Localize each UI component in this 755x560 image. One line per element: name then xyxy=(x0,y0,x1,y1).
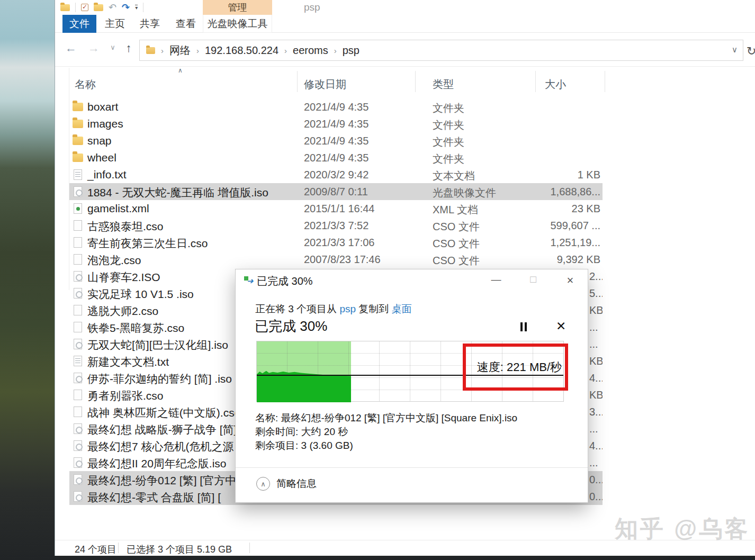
file-size-fragment: 4... xyxy=(589,372,603,384)
toolbar-separator xyxy=(75,3,76,12)
file-size-fragment: KB xyxy=(589,304,603,317)
file-icon xyxy=(74,288,82,299)
address-box[interactable]: ›网络›192.168.50.224›eeroms›psp ∨ xyxy=(139,40,743,61)
file-type: 光盘映像文件 xyxy=(433,186,496,200)
breadcrumb-separator[interactable]: › xyxy=(155,46,169,55)
column-divider[interactable] xyxy=(535,71,536,92)
breadcrumb-separator[interactable]: › xyxy=(191,46,205,55)
breadcrumb-item[interactable]: psp xyxy=(343,44,359,57)
address-dropdown-icon[interactable]: ∨ xyxy=(732,45,738,55)
column-divider[interactable] xyxy=(297,71,298,92)
pause-icon[interactable] xyxy=(519,322,528,331)
back-icon[interactable]: ← xyxy=(63,41,79,55)
file-size: 23 KB xyxy=(572,203,600,215)
refresh-icon[interactable]: ↻ xyxy=(747,44,755,58)
chevron-up-icon[interactable]: ∧ xyxy=(256,477,270,491)
sort-ascending-icon[interactable]: ∧ xyxy=(178,67,183,74)
minimize-icon[interactable]: — xyxy=(488,274,504,285)
file-name: 古惑狼泰坦.cso xyxy=(87,219,164,234)
file-date: 2021/3/3 17:06 xyxy=(304,237,374,249)
file-row[interactable]: images 2021/4/9 4:35 文件夹 xyxy=(69,115,603,132)
file-icon xyxy=(74,390,82,400)
cancel-icon[interactable]: ✕ xyxy=(556,319,566,333)
file-icon xyxy=(74,423,82,434)
dialog-divider xyxy=(236,467,588,468)
file-date: 2007/8/23 17:46 xyxy=(304,254,381,266)
file-row[interactable]: 古惑狼泰坦.cso 2021/3/3 7:52 CSO 文件 599,607 .… xyxy=(69,217,603,234)
file-type: CSO 文件 xyxy=(433,220,480,234)
breadcrumb-separator[interactable]: › xyxy=(328,46,343,55)
breadcrumb-item[interactable]: 192.168.50.224 xyxy=(205,44,278,57)
close-icon[interactable]: × xyxy=(562,274,578,287)
tab-disc-image-tools[interactable]: 光盘映像工具 xyxy=(203,15,272,33)
tab-view[interactable]: 查看 xyxy=(173,15,199,33)
file-size-fragment: KB xyxy=(589,355,603,367)
file-name: 战神 奥林匹斯之链(中文版).cso xyxy=(87,405,240,420)
folder-icon[interactable] xyxy=(94,4,103,11)
file-icon xyxy=(73,103,83,111)
file-row[interactable]: 泡泡龙.cso 2007/8/23 17:46 CSO 文件 9,392 KB xyxy=(69,251,603,268)
forward-icon[interactable]: → xyxy=(86,41,102,55)
file-row[interactable]: 1884 - 无双大蛇-魔王再临 增值版.iso 2009/8/7 0:11 光… xyxy=(69,183,603,200)
up-icon[interactable]: ↑ xyxy=(121,41,137,55)
column-header-date[interactable]: 修改日期 xyxy=(304,77,346,92)
file-icon xyxy=(74,440,82,451)
file-name: 逃脱大师2.cso xyxy=(87,304,158,319)
file-icon xyxy=(74,322,82,332)
file-row[interactable]: 寄生前夜第三次生日.cso 2021/3/3 17:06 CSO 文件 1,25… xyxy=(69,234,603,251)
checkbox-icon[interactable]: ✓ xyxy=(81,4,88,11)
tab-file[interactable]: 文件 xyxy=(62,15,96,33)
file-icon xyxy=(74,339,82,349)
column-divider[interactable] xyxy=(415,71,416,92)
file-name: 实况足球 10 V1.5 .iso xyxy=(87,287,194,302)
file-icon xyxy=(73,153,83,162)
details-toggle[interactable]: ∧ 简略信息 xyxy=(256,476,317,492)
file-name: 最终幻想II 20周年纪念版.iso xyxy=(87,456,227,471)
breadcrumb-item[interactable]: 网络 xyxy=(169,43,191,58)
file-name: 寄生前夜第三次生日.cso xyxy=(87,236,208,251)
source-folder-link[interactable]: psp xyxy=(339,303,356,314)
file-row[interactable]: _info.txt 2020/3/2 9:42 文本文档 1 KB xyxy=(69,166,603,183)
file-type: 文件夹 xyxy=(433,101,464,115)
file-icon xyxy=(74,254,82,265)
destination-folder-link[interactable]: 桌面 xyxy=(392,303,412,314)
history-dropdown-icon[interactable]: ∨ xyxy=(105,43,121,51)
file-name: 山脊赛车2.ISO xyxy=(87,270,160,285)
transfer-file-name: 名称: 最终幻想-纷争012 [繁] [官方中文版] [Square Enix]… xyxy=(255,411,517,425)
file-row[interactable]: boxart 2021/4/9 4:35 文件夹 xyxy=(69,98,603,115)
file-size-fragment: 3... xyxy=(589,406,603,418)
details-toggle-label: 简略信息 xyxy=(276,477,317,491)
redo-icon[interactable]: ↷ xyxy=(122,3,130,12)
status-divider xyxy=(118,543,119,553)
file-name: 1884 - 无双大蛇-魔王再临 增值版.iso xyxy=(87,185,268,200)
folder-icon xyxy=(146,47,155,54)
file-row[interactable]: snap 2021/4/9 4:35 文件夹 xyxy=(69,132,603,149)
dropdown-icon[interactable]: ▾ xyxy=(135,5,138,11)
file-size: 1,688,86... xyxy=(550,186,600,198)
file-name: 新建文本文档.txt xyxy=(87,355,169,369)
file-name: 泡泡龙.cso xyxy=(87,253,141,268)
tab-home[interactable]: 主页 xyxy=(102,15,128,33)
breadcrumb-separator[interactable]: › xyxy=(278,46,293,55)
column-header-size[interactable]: 大小 xyxy=(545,77,566,92)
file-row[interactable]: wheel 2021/4/9 4:35 文件夹 xyxy=(69,149,603,166)
file-type: 文件夹 xyxy=(433,135,464,149)
title-bar: ✓ ↶ ↷ ▾ 管理 psp xyxy=(55,0,755,15)
breadcrumb-item[interactable]: eeroms xyxy=(293,44,328,57)
file-name: 勇者别嚣张.cso xyxy=(87,389,164,403)
column-header-name[interactable]: 名称 xyxy=(75,77,96,92)
column-divider[interactable] xyxy=(605,71,605,92)
column-header-type[interactable]: 类型 xyxy=(433,77,454,92)
dialog-title-bar[interactable]: ➜ 已完成 30% — □ × xyxy=(236,269,588,293)
undo-icon[interactable]: ↶ xyxy=(109,3,116,12)
file-name: snap xyxy=(87,134,112,147)
maximize-icon[interactable]: □ xyxy=(525,274,541,285)
folder-icon[interactable] xyxy=(60,4,70,11)
file-icon xyxy=(73,120,83,128)
tab-share[interactable]: 共享 xyxy=(137,15,163,33)
dialog-title: 已完成 30% xyxy=(257,274,313,288)
file-name: 伊苏-菲尔迦纳的誓约 [简] .iso xyxy=(87,372,232,386)
progress-heading: 已完成 30% xyxy=(255,317,327,336)
file-size: 1,251,19... xyxy=(550,237,600,249)
file-row[interactable]: gamelist.xml 2015/1/1 16:44 XML 文档 23 KB xyxy=(69,200,603,217)
